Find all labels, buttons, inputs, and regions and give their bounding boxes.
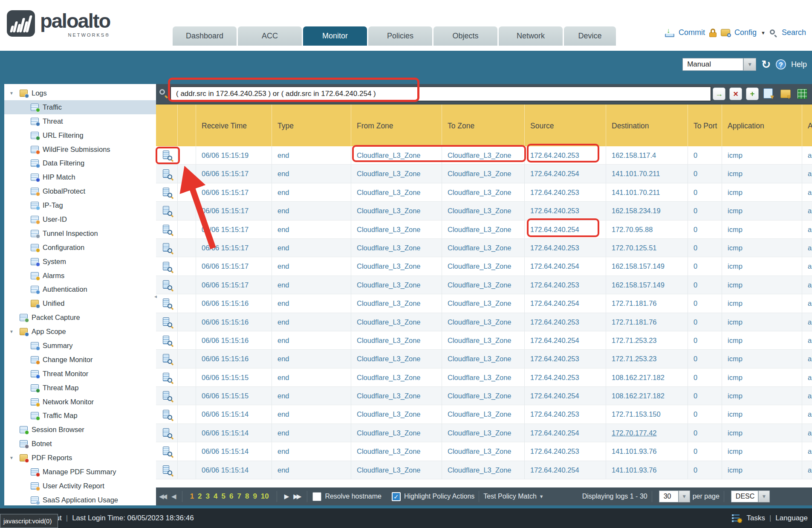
log-detail-magnifier-icon[interactable]	[163, 391, 171, 400]
cell-destination[interactable]: 141.101.70.211	[606, 165, 688, 183]
sort-order-dropdown-icon[interactable]: ▼	[758, 490, 770, 502]
cell-type[interactable]: end	[272, 368, 351, 386]
test-policy-match-caret-icon[interactable]: ▼	[539, 494, 544, 499]
cell-receive_time[interactable]: 06/06 15:15:14	[196, 461, 272, 479]
tab-acc[interactable]: ACC	[238, 26, 302, 46]
cell-action[interactable]: allow	[802, 405, 812, 423]
export-csv-button[interactable]	[796, 87, 809, 100]
cell-source[interactable]: 172.64.240.253	[525, 350, 606, 368]
cell-to_zone[interactable]: Cloudflare_L3_Zone	[442, 183, 525, 201]
expand-arrow-icon[interactable]: ▼	[9, 91, 14, 96]
sort-order-select[interactable]: DESC ▼	[731, 490, 770, 502]
cell-source[interactable]: 172.64.240.254	[525, 257, 606, 275]
cell-destination[interactable]: 141.101.93.76	[606, 461, 688, 479]
cell-from_zone[interactable]: Cloudflare_L3_Zone	[351, 368, 442, 386]
help-icon[interactable]: ?	[776, 59, 786, 70]
page-number-3[interactable]: 3	[206, 492, 210, 501]
cell-type[interactable]: end	[272, 239, 351, 257]
cell-destination[interactable]: 172.70.177.42	[606, 424, 688, 442]
page-number-4[interactable]: 4	[214, 492, 217, 501]
cell-from_zone[interactable]: Cloudflare_L3_Zone	[351, 313, 442, 331]
sidebar-item-wildfire-submissions[interactable]: WildFire Submissions	[4, 142, 156, 157]
page-number-7[interactable]: 7	[237, 492, 241, 501]
sidebar-item-app-scope[interactable]: ▼App Scope	[4, 325, 156, 339]
cell-action[interactable]: allow	[802, 202, 812, 220]
cell-from_zone[interactable]: Cloudflare_L3_Zone	[351, 146, 442, 164]
filter-query-input[interactable]: ( addr.src in 172.64.240.253 ) or ( addr…	[170, 87, 711, 101]
log-detail-magnifier-icon[interactable]	[163, 465, 171, 475]
sidebar-item-user-activity-report[interactable]: User Activity Report	[4, 479, 156, 493]
sidebar-item-network-monitor[interactable]: Network Monitor	[4, 395, 156, 409]
cell-application[interactable]: icmp	[722, 368, 802, 386]
cell-action[interactable]: allow	[802, 294, 812, 312]
tab-monitor[interactable]: Monitor	[303, 26, 367, 46]
cell-source[interactable]: 172.64.240.253	[525, 239, 606, 257]
cell-detail[interactable]	[156, 202, 178, 220]
cell-type[interactable]: end	[272, 294, 351, 312]
sidebar-item-botnet[interactable]: Botnet	[4, 437, 156, 451]
cell-from_zone[interactable]: Cloudflare_L3_Zone	[351, 220, 442, 238]
cell-from_zone[interactable]: Cloudflare_L3_Zone	[351, 257, 442, 275]
cell-to_port[interactable]: 0	[688, 183, 722, 201]
cell-action[interactable]: allow	[802, 165, 812, 183]
page-number-10[interactable]: 10	[261, 492, 269, 501]
cell-to_zone[interactable]: Cloudflare_L3_Zone	[442, 331, 525, 349]
cell-to_port[interactable]: 0	[688, 461, 722, 479]
cell-source[interactable]: 172.64.240.253	[525, 276, 606, 294]
sidebar-item-unified[interactable]: Unified	[4, 296, 156, 310]
cell-action[interactable]: allow	[802, 146, 812, 164]
cell-source[interactable]: 172.64.240.254	[525, 165, 606, 183]
cell-from_zone[interactable]: Cloudflare_L3_Zone	[351, 424, 442, 442]
cell-from_zone[interactable]: Cloudflare_L3_Zone	[351, 165, 442, 183]
cell-to_zone[interactable]: Cloudflare_L3_Zone	[442, 442, 525, 460]
cell-receive_time[interactable]: 06/06 15:15:14	[196, 424, 272, 442]
cell-destination[interactable]: 141.101.70.211	[606, 183, 688, 201]
sidebar-item-threat-map[interactable]: Threat Map	[4, 381, 156, 395]
tasks-link[interactable]: Tasks	[746, 514, 765, 522]
lock-icon[interactable]	[709, 29, 717, 37]
cell-receive_time[interactable]: 06/06 15:15:16	[196, 350, 272, 368]
cell-from_zone[interactable]: Cloudflare_L3_Zone	[351, 294, 442, 312]
load-filter-button[interactable]: ▼	[779, 87, 792, 100]
cell-detail[interactable]	[156, 146, 178, 164]
cell-receive_time[interactable]: 06/06 15:15:14	[196, 405, 272, 423]
page-number-2[interactable]: 2	[198, 492, 202, 501]
cell-action[interactable]: allow	[802, 239, 812, 257]
cell-application[interactable]: icmp	[722, 331, 802, 349]
cell-to_zone[interactable]: Cloudflare_L3_Zone	[442, 276, 525, 294]
cell-receive_time[interactable]: 06/06 15:15:14	[196, 442, 272, 460]
test-policy-match-button[interactable]: Test Policy Match	[483, 493, 536, 500]
page-number-1[interactable]: 1	[190, 492, 194, 501]
cell-from_zone[interactable]: Cloudflare_L3_Zone	[351, 387, 442, 405]
log-detail-magnifier-icon[interactable]	[163, 169, 171, 179]
cell-detail[interactable]	[156, 220, 178, 238]
commit-link[interactable]: Commit	[679, 28, 705, 37]
page-number-6[interactable]: 6	[229, 492, 233, 501]
cell-detail[interactable]	[156, 183, 178, 201]
cell-application[interactable]: icmp	[722, 220, 802, 238]
prev-page-icon[interactable]: ◀	[171, 493, 175, 500]
cell-to_port[interactable]: 0	[688, 220, 722, 238]
cell-from_zone[interactable]: Cloudflare_L3_Zone	[351, 183, 442, 201]
log-detail-magnifier-icon[interactable]	[163, 188, 171, 197]
cell-to_zone[interactable]: Cloudflare_L3_Zone	[442, 350, 525, 368]
cell-detail[interactable]	[156, 350, 178, 368]
cell-to_port[interactable]: 0	[688, 313, 722, 331]
cell-to_zone[interactable]: Cloudflare_L3_Zone	[442, 146, 525, 164]
cell-receive_time[interactable]: 06/06 15:15:17	[196, 202, 272, 220]
sidebar-item-user-id[interactable]: User-ID	[4, 212, 156, 226]
page-number-9[interactable]: 9	[253, 492, 257, 501]
sidebar-collapse-handle[interactable]: ◂	[154, 290, 159, 303]
cell-to_zone[interactable]: Cloudflare_L3_Zone	[442, 239, 525, 257]
cell-detail[interactable]	[156, 257, 178, 275]
cell-detail[interactable]	[156, 461, 178, 479]
sidebar-item-manage-pdf-summary[interactable]: Manage PDF Summary	[4, 465, 156, 479]
column-header-destination[interactable]: Destination	[606, 104, 688, 146]
cell-receive_time[interactable]: 06/06 15:15:17	[196, 276, 272, 294]
cell-receive_time[interactable]: 06/06 15:15:15	[196, 368, 272, 386]
cell-destination[interactable]: 172.70.125.51	[606, 239, 688, 257]
cell-source[interactable]: 172.64.240.253	[525, 202, 606, 220]
cell-destination[interactable]: 141.101.93.76	[606, 442, 688, 460]
cell-from_zone[interactable]: Cloudflare_L3_Zone	[351, 239, 442, 257]
config-link[interactable]: Config	[734, 28, 757, 37]
